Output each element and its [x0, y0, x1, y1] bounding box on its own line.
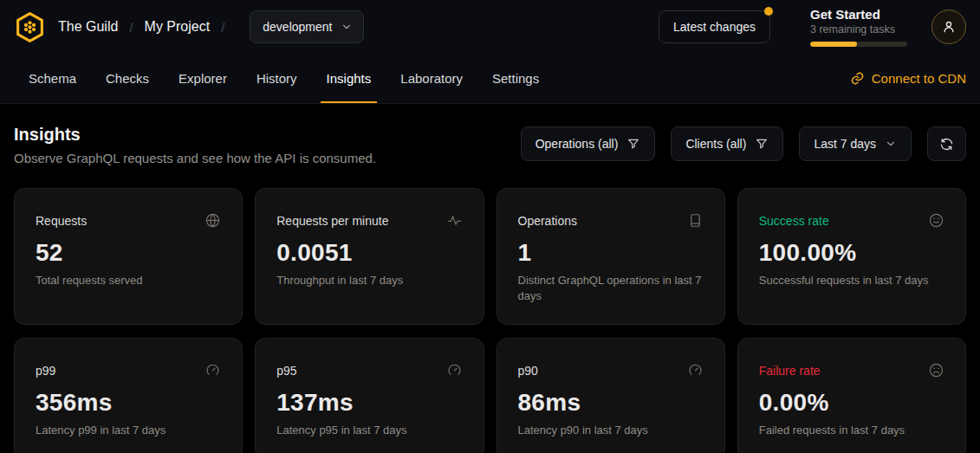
stat-card-p95: p95 137ms Latency p95 in last 7 days — [255, 338, 484, 453]
book-icon — [687, 212, 704, 229]
card-value: 100.00% — [759, 239, 944, 267]
stat-card-requests: Requests 52 Total requests served — [14, 188, 243, 325]
breadcrumb-separator: / — [129, 20, 133, 35]
card-value: 52 — [36, 239, 221, 267]
card-title: p95 — [276, 364, 296, 378]
operations-filter-button[interactable]: Operations (all) — [521, 126, 656, 161]
filters-row: Operations (all) Clients (all) Last 7 da… — [521, 126, 966, 161]
tab-laboratory[interactable]: Laboratory — [386, 54, 477, 103]
card-title: Operations — [518, 214, 577, 228]
tab-schema[interactable]: Schema — [14, 54, 91, 103]
tab-label: Laboratory — [400, 71, 463, 86]
card-value: 137ms — [276, 389, 462, 417]
gauge-icon — [687, 362, 704, 379]
latest-changes-label: Latest changes — [673, 20, 756, 34]
smile-icon — [928, 212, 944, 229]
target-select[interactable]: development — [250, 10, 364, 43]
get-started-progress-fill — [810, 42, 857, 47]
breadcrumb-separator: / — [221, 20, 224, 35]
gauge-icon — [204, 362, 221, 379]
tab-history[interactable]: History — [242, 54, 312, 103]
clients-filter-label: Clients (all) — [685, 137, 746, 151]
period-select[interactable]: Last 7 days — [799, 126, 912, 161]
stats-grid: Requests 52 Total requests served Reques… — [14, 188, 966, 453]
stat-card-success-rate: Success rate 100.00% Successful requests… — [737, 188, 966, 325]
link-icon — [850, 71, 865, 86]
tab-label: Checks — [106, 71, 149, 86]
page-heading-block: Insights Observe GraphQL requests and se… — [14, 125, 376, 165]
page-subtitle: Observe GraphQL requests and see how the… — [14, 151, 376, 165]
card-value: 86ms — [518, 389, 704, 417]
refresh-icon — [939, 137, 954, 152]
stat-card-p90: p90 86ms Latency p90 in last 7 days — [496, 338, 725, 453]
get-started-widget[interactable]: Get Started 3 remaining tasks — [810, 7, 907, 47]
breadcrumb-org[interactable]: The Guild — [58, 19, 118, 35]
card-subtitle: Total requests served — [36, 273, 221, 288]
stat-card-rpm: Requests per minute 0.0051 Throughput in… — [255, 188, 484, 325]
card-title: Requests — [36, 214, 87, 228]
user-avatar[interactable] — [931, 10, 966, 44]
card-value: 356ms — [36, 389, 221, 417]
tab-label: Explorer — [178, 71, 227, 86]
stat-card-failure-rate: Failure rate 0.00% Failed requests in la… — [737, 338, 966, 453]
card-value: 0.00% — [759, 389, 944, 417]
card-title: Requests per minute — [276, 214, 388, 228]
refresh-button[interactable] — [927, 126, 966, 161]
chevron-down-icon — [341, 21, 353, 33]
card-subtitle: Failed requests in last 7 days — [759, 423, 944, 438]
target-select-value: development — [263, 20, 332, 34]
card-subtitle: Successful requests in last 7 days — [759, 273, 944, 288]
tab-label: Schema — [29, 71, 76, 86]
page-title: Insights — [14, 125, 376, 145]
card-subtitle: Latency p95 in last 7 days — [276, 423, 462, 438]
operations-filter-label: Operations (all) — [535, 137, 619, 151]
chevron-down-icon — [885, 138, 897, 150]
stat-card-operations: Operations 1 Distinct GraphQL operations… — [496, 188, 725, 325]
tab-label: Insights — [327, 71, 372, 86]
get-started-subtitle: 3 remaining tasks — [810, 23, 907, 36]
activity-icon — [446, 212, 463, 229]
card-subtitle: Throughput in last 7 days — [276, 273, 462, 288]
globe-icon — [204, 212, 221, 229]
card-title: Success rate — [759, 214, 829, 228]
tab-label: History — [256, 71, 297, 86]
filter-icon — [626, 137, 640, 151]
filter-icon — [755, 137, 769, 151]
period-select-value: Last 7 days — [814, 137, 876, 151]
app-header: The Guild / My Project / development Lat… — [0, 0, 980, 54]
card-value: 0.0051 — [276, 239, 462, 267]
clients-filter-button[interactable]: Clients (all) — [671, 126, 783, 161]
stat-card-p99: p99 356ms Latency p99 in last 7 days — [14, 338, 243, 453]
tab-insights[interactable]: Insights — [312, 54, 386, 103]
card-subtitle: Latency p90 in last 7 days — [518, 423, 704, 438]
gauge-icon — [446, 362, 463, 379]
card-value: 1 — [518, 239, 704, 267]
tab-checks[interactable]: Checks — [91, 54, 164, 103]
latest-changes-button[interactable]: Latest changes — [659, 10, 770, 43]
insights-page: Insights Observe GraphQL requests and se… — [0, 104, 980, 453]
guild-logo-icon[interactable] — [14, 11, 46, 43]
person-icon — [941, 19, 957, 35]
connect-to-cdn-link[interactable]: Connect to CDN — [850, 54, 966, 103]
tab-explorer[interactable]: Explorer — [164, 54, 242, 103]
frown-icon — [928, 362, 944, 379]
card-subtitle: Latency p99 in last 7 days — [36, 423, 221, 438]
get-started-title: Get Started — [810, 7, 907, 22]
tab-settings[interactable]: Settings — [477, 54, 554, 103]
notification-dot — [764, 7, 773, 16]
connect-to-cdn-label: Connect to CDN — [872, 71, 966, 86]
get-started-progress-bar — [810, 42, 907, 47]
card-title: p90 — [518, 364, 538, 378]
card-title: p99 — [36, 364, 55, 378]
card-title: Failure rate — [759, 364, 821, 378]
main-nav: Schema Checks Explorer History Insights … — [0, 54, 980, 104]
tab-label: Settings — [492, 71, 539, 86]
breadcrumb-project[interactable]: My Project — [145, 19, 211, 35]
card-subtitle: Distinct GraphQL operations in last 7 da… — [518, 273, 704, 303]
